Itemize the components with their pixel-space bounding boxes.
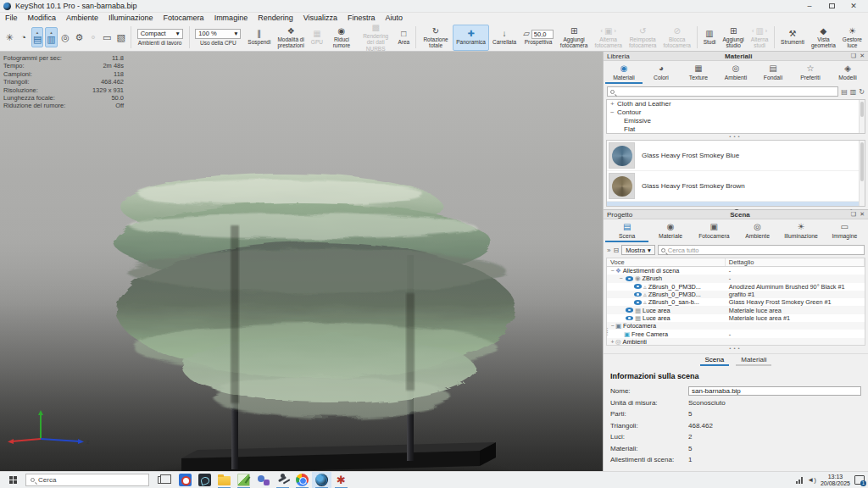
vista-geometria-button[interactable]: ◆Vista geometria xyxy=(808,25,839,51)
visibility-eye-icon[interactable] xyxy=(634,292,642,297)
menu-immagine[interactable]: Immagine xyxy=(209,13,253,24)
visibility-eye-icon[interactable] xyxy=(626,316,633,321)
library-folder-cloth-and-leather[interactable]: +Cloth and Leather xyxy=(607,100,865,108)
workspace-dropdown-ambienti-di-lavoro[interactable]: Compact▾Ambienti di lavoro xyxy=(134,25,186,51)
collapse-all-icon[interactable]: » xyxy=(607,247,610,254)
visibility-eye-icon[interactable] xyxy=(634,300,642,305)
project-splitter-handle[interactable]: ••• xyxy=(604,346,868,352)
library-tree-scrollbar[interactable] xyxy=(859,100,865,133)
project-tab-materiale[interactable]: ◉Materiale xyxy=(648,221,692,242)
library-folder-tree[interactable]: +Cloth and Leather−ContourEmissiveFlat xyxy=(606,99,865,134)
perspective-value-input[interactable] xyxy=(531,30,554,39)
scene-name-input[interactable] xyxy=(688,386,861,396)
tree-expander-icon[interactable]: − xyxy=(609,268,615,274)
project-tab-fotocamera[interactable]: ▣Fotocamera xyxy=(693,221,736,242)
library-tab-modelli[interactable]: ◈Modelli xyxy=(829,63,866,84)
monitor-button[interactable]: ▭ xyxy=(101,27,113,47)
reimposta-fotocamera-button[interactable]: ↺Reimposta fotocamera xyxy=(626,25,660,51)
gestore-luce-button[interactable]: ☀Gestore luce xyxy=(839,25,865,51)
minimize-button[interactable]: – xyxy=(798,0,821,12)
settings-gears-button[interactable]: ⚙ xyxy=(73,27,85,47)
menu-fotocamera[interactable]: Fotocamera xyxy=(159,13,209,24)
material-item-partial-selected[interactable] xyxy=(607,202,859,206)
task-view-icon[interactable] xyxy=(158,476,167,484)
scene-tree-row-allestimenti-di-scena-0[interactable]: −❖Allestimenti di scena- xyxy=(607,267,865,274)
scene-tree-row-luce-area-6[interactable]: ▦Luce areaMateriale luce area #1 xyxy=(607,314,865,322)
material-list[interactable]: Glass Heavy Frost Smokey BlueGlass Heavy… xyxy=(606,140,865,207)
network-icon[interactable] xyxy=(796,477,803,484)
menu-visualizza[interactable]: Visualizza xyxy=(298,13,342,24)
menu-modifica[interactable]: Modifica xyxy=(23,13,62,24)
menu-rendering[interactable]: Rendering xyxy=(253,13,298,24)
blocca-fotocamera-button[interactable]: ⊘Blocca fotocamera xyxy=(659,25,694,51)
project-tab-ambiente[interactable]: ◎Ambiente xyxy=(736,221,779,242)
undock-icon[interactable]: ❏ xyxy=(851,53,856,59)
scene-tree-row-zbrush-0-san-b-4[interactable]: ▵ZBrush_0_san-b...Glass Heavy Frost Smok… xyxy=(607,298,865,306)
strumenti-button[interactable]: ⚒Strumenti xyxy=(777,25,808,51)
material-list-scrollbar[interactable] xyxy=(859,141,865,206)
scene-tree[interactable]: −❖Allestimenti di scena-−◉ZBrush-▵ZBrush… xyxy=(606,267,865,346)
environment-sphere-button[interactable]: ◎ xyxy=(59,27,71,47)
alterna-fotocamera-button[interactable]: ‹▣›Alterna fotocamera xyxy=(591,25,626,51)
library-tab-ambienti[interactable]: ◎Ambienti xyxy=(717,63,754,84)
visibility-eye-icon[interactable] xyxy=(634,284,642,289)
refresh-icon[interactable]: ↻ xyxy=(859,88,865,96)
library-tab-texture[interactable]: ▦Texture xyxy=(680,63,717,84)
taskbar-app-plugin-red[interactable]: ✱ xyxy=(331,472,351,488)
aggiungi-studio-button[interactable]: ⊞Aggiungi studio xyxy=(720,25,748,51)
material-item-glass-heavy-frost-smokey-brown[interactable]: Glass Heavy Frost Smokey Brown xyxy=(607,171,865,202)
start-button[interactable] xyxy=(0,472,25,488)
visibility-eye-icon[interactable] xyxy=(626,276,633,281)
project-tab-scena[interactable]: ▤Scena xyxy=(605,221,648,242)
show-filter-button[interactable]: Mostra ▾ xyxy=(621,245,655,255)
panel-edge-handle[interactable]: ⋮⋮ xyxy=(604,329,610,335)
library-search-input[interactable] xyxy=(607,86,838,97)
ambienti-di-lavoro-select[interactable]: Compact▾ xyxy=(137,29,183,39)
region-select-button[interactable]: ▧ xyxy=(115,27,127,47)
library-splitter-handle[interactable]: ••• xyxy=(604,134,868,140)
tree-expander-icon[interactable]: + xyxy=(609,339,615,345)
library-tab-fondali[interactable]: ▤Fondali xyxy=(754,63,792,84)
tree-expander-icon[interactable]: − xyxy=(618,275,624,281)
alterna-studi-button[interactable]: ‹▥›Alterna studi xyxy=(748,25,772,51)
library-folder-contour[interactable]: −Contour xyxy=(607,108,865,117)
history-button[interactable]: ◔ xyxy=(17,27,29,47)
library-tab-materiali[interactable]: ◉Materiali xyxy=(605,63,643,84)
scene-tree-row-fotocamera-7[interactable]: −▣Fotocamera xyxy=(607,322,865,330)
scene-search-input[interactable]: Cerca tutto xyxy=(658,245,865,255)
tree-expander-icon[interactable]: + xyxy=(610,100,617,108)
subtab-materiali[interactable]: Materiali xyxy=(736,356,771,366)
menu-file[interactable]: File xyxy=(0,13,23,24)
tree-structure-icon[interactable]: ⊟ xyxy=(613,247,619,254)
render-options-button[interactable]: ✳ xyxy=(3,27,15,47)
rendering-dei-dati-nurbs-button[interactable]: ▩Rendering dei dati NURBS xyxy=(357,25,394,51)
carrellata-button[interactable]: ↓Carrellata xyxy=(489,25,520,51)
tree-expander-icon[interactable]: − xyxy=(610,108,617,117)
taskbar-app-file-explorer[interactable] xyxy=(214,472,234,488)
scene-tree-row-ambienti-9[interactable]: +◎Ambienti xyxy=(607,338,865,346)
show-subfolders-icon[interactable]: ▥ xyxy=(850,88,857,96)
panoramica-button[interactable]: ✚Panoramica xyxy=(453,25,489,51)
scene-tree-row-luce-area-5[interactable]: ▦Luce areaMateriale luce area xyxy=(607,306,865,313)
filter-folders-icon[interactable]: ▤ xyxy=(841,88,848,96)
library-folder-flat[interactable]: Flat xyxy=(607,125,865,134)
uso-della-cpu-select[interactable]: 100 %▾ xyxy=(195,29,241,39)
taskbar-app-zbrush[interactable] xyxy=(273,472,292,488)
area-button[interactable]: □Area xyxy=(394,25,413,51)
workspace-dropdown-uso-della-cpu[interactable]: 100 %▾Uso della CPU xyxy=(192,25,244,51)
scene-tree-row-zbrush-0-pm3d-3[interactable]: ▵ZBrush_0_PM3D...grafito #1 xyxy=(607,291,865,298)
link-button[interactable]: ⚬ xyxy=(87,27,99,47)
studi-button[interactable]: ▥Studi xyxy=(700,25,720,51)
realtime-viewport[interactable]: Fotogrammi per sec:11.8Tempo:2m 48sCampi… xyxy=(0,52,603,471)
scene-tree-row-zbrush-0-pm3d-2[interactable]: ▵ZBrush_0_PM3D...Anodized Aluminum Brush… xyxy=(607,283,865,291)
modalit-di-prestazioni-button[interactable]: ❖Modalità di prestazioni xyxy=(274,25,307,51)
close-button[interactable]: ✕ xyxy=(843,0,865,12)
subtab-scena[interactable]: Scena xyxy=(700,356,730,366)
project-toggle-button[interactable]: ▴▥ xyxy=(45,27,57,47)
taskbar-app-chrome[interactable] xyxy=(292,472,312,488)
library-folder-emissive[interactable]: Emissive xyxy=(607,117,865,125)
column-dettaglio[interactable]: Dettaglio xyxy=(726,258,865,266)
taskbar-app-remote-desktop[interactable] xyxy=(253,472,273,488)
taskbar-app-photos[interactable] xyxy=(234,472,253,488)
volume-icon[interactable]: ◄) xyxy=(807,476,816,484)
